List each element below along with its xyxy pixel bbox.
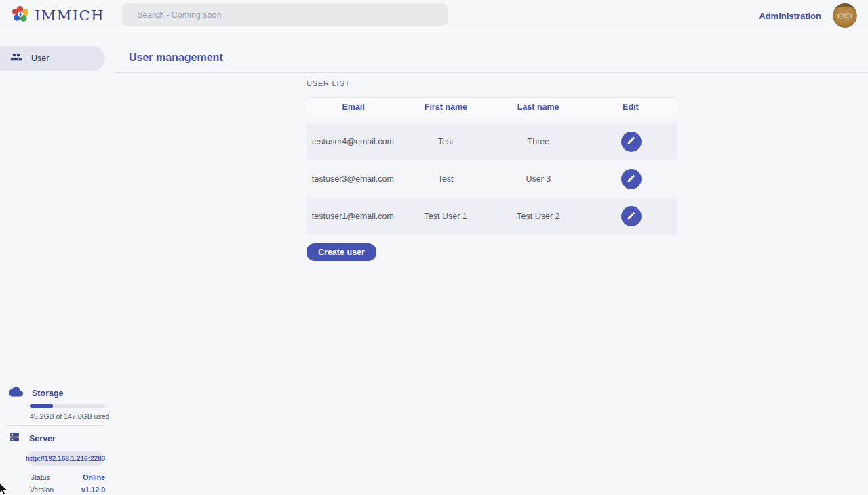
- immich-flower-icon: [12, 5, 30, 26]
- server-version-row: Version v1.12.0: [30, 486, 105, 494]
- search-input[interactable]: [122, 3, 448, 26]
- mouse-cursor: [0, 482, 9, 495]
- status-value: Online: [83, 473, 105, 481]
- pencil-edit-icon: [627, 211, 636, 222]
- cell-edit: [585, 169, 677, 189]
- topbar-right: Administration: [759, 0, 857, 31]
- edit-user-button[interactable]: [621, 169, 642, 189]
- cell-last-name: Test User 2: [492, 212, 585, 221]
- server-url-chip: http://192.168.1.216:2283: [27, 451, 104, 466]
- table-row: testuser1@email.comTest User 1Test User …: [307, 197, 677, 235]
- cell-edit: [585, 206, 677, 226]
- cell-first-name: Test: [399, 137, 492, 146]
- cell-last-name: User 3: [492, 174, 585, 184]
- page-title: User management: [129, 52, 223, 64]
- avatar[interactable]: [833, 3, 857, 28]
- table-header-row: EmailFirst nameLast nameEdit: [307, 97, 677, 117]
- cell-first-name: Test User 1: [399, 212, 492, 221]
- column-header: First name: [399, 102, 492, 112]
- pencil-edit-icon: [627, 174, 636, 185]
- column-header: Last name: [492, 102, 585, 112]
- column-header: Email: [307, 102, 399, 112]
- edit-user-button[interactable]: [621, 132, 642, 152]
- status-label: Status: [30, 473, 50, 481]
- server-title: Server: [29, 434, 56, 443]
- people-icon: [10, 51, 22, 66]
- administration-link[interactable]: Administration: [759, 11, 821, 21]
- storage-usage-text: 45.2GB of 147.8GB used: [30, 412, 115, 420]
- cell-email: testuser3@email.com: [307, 174, 399, 184]
- cloud-icon: [9, 387, 23, 399]
- create-user-button[interactable]: Create user: [307, 243, 376, 261]
- sidebar-divider: [5, 425, 105, 426]
- cell-first-name: Test: [399, 174, 492, 184]
- cell-email: testuser1@email.com: [307, 212, 399, 221]
- storage-progress-bar: [30, 404, 105, 408]
- cell-email: testuser4@email.com: [307, 137, 399, 146]
- pencil-edit-icon: [627, 136, 636, 147]
- storage-progress-fill: [30, 404, 53, 408]
- storage-widget: Storage 45.2GB of 147.8GB used: [0, 387, 115, 420]
- table-body: testuser4@email.comTestThreetestuser3@em…: [307, 123, 677, 235]
- server-icon: [9, 431, 20, 446]
- server-status-row: Status Online: [30, 473, 105, 481]
- storage-title: Storage: [32, 389, 64, 398]
- title-divider: [115, 72, 868, 73]
- version-value: v1.12.0: [81, 486, 105, 494]
- user-management-content: USER LIST EmailFirst nameLast nameEdit t…: [307, 79, 677, 261]
- sidebar-item-user[interactable]: User: [0, 46, 105, 71]
- server-widget: Server http://192.168.1.216:2283 Status …: [0, 431, 115, 494]
- cell-edit: [585, 132, 677, 152]
- table-row: testuser3@email.comTestUser 3: [307, 160, 677, 197]
- column-header: Edit: [585, 102, 677, 112]
- immich-brand[interactable]: IMMICH: [12, 5, 104, 26]
- edit-user-button[interactable]: [621, 206, 642, 226]
- logo-text: IMMICH: [35, 7, 104, 24]
- sidebar-item-label: User: [31, 54, 49, 63]
- cell-last-name: Three: [492, 137, 585, 146]
- version-label: Version: [30, 486, 54, 494]
- section-label: USER LIST: [307, 79, 677, 87]
- top-navigation-bar: IMMICH Administration: [0, 0, 868, 31]
- table-row: testuser4@email.comTestThree: [307, 123, 677, 160]
